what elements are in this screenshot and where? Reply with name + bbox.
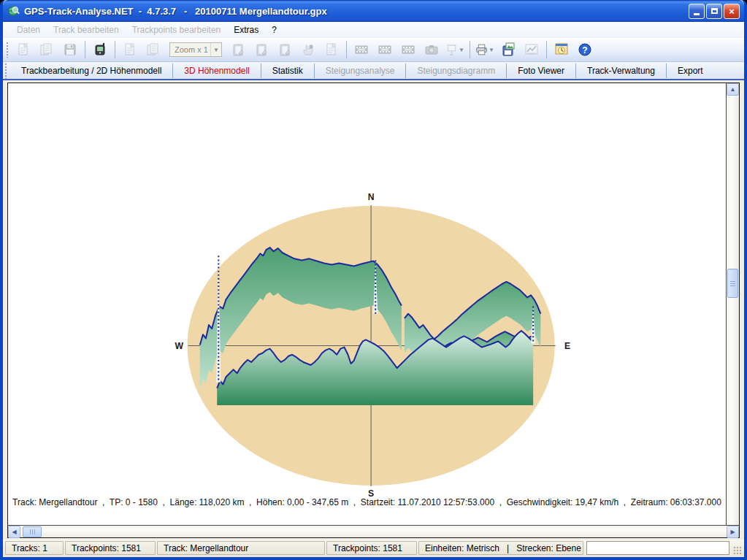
title-bar[interactable]: GPS-Track-Analyse.NET - 4.7.3.7 - 201007… — [3, 0, 744, 22]
horizontal-scrollbar-track[interactable] — [42, 526, 727, 537]
vertical-scrollbar-thumb[interactable] — [727, 269, 738, 298]
projector-icon — [445, 42, 458, 57]
minimize-button[interactable] — [689, 4, 705, 19]
board-search-button — [275, 40, 295, 59]
toolbar-separator — [115, 41, 115, 58]
edit-board-icon — [231, 42, 245, 57]
save-button — [60, 40, 80, 59]
help-icon — [578, 42, 592, 57]
tab-steigungsanalyse: Steigungsanalyse — [314, 64, 406, 78]
toolbar-separator — [470, 41, 470, 58]
status-panel-1: Tracks: 1 — [5, 541, 64, 555]
toolbar-separator — [85, 41, 85, 58]
film-target-button — [398, 40, 418, 59]
status-bar: Tracks: 1Trackpoints: 1581Track: Mergell… — [3, 540, 744, 557]
print-icon — [475, 42, 488, 57]
content-area: NSWE Track: Mergellandtour , TP: 0 - 158… — [3, 80, 744, 540]
maximize-icon — [711, 8, 718, 14]
convert-page-button — [143, 40, 164, 59]
tab-foto-viewer[interactable]: Foto Viewer — [506, 64, 575, 78]
tab-steigungsdiagramm: Steigungsdiagramm — [405, 64, 506, 78]
film-cut-button — [351, 40, 372, 59]
close-icon: × — [729, 6, 735, 17]
toolbar-separator — [546, 41, 547, 58]
scroll-right-button[interactable]: ▶ — [727, 526, 739, 538]
zoom-select[interactable]: Zoom x 1▼ — [169, 42, 222, 57]
status-panel-4: Trackpoints: 1581 — [326, 541, 417, 555]
horizontal-scrollbar-thumb[interactable] — [23, 526, 42, 537]
tabs: Trackbearbeitung / 2D Höhenmodell3D Höhe… — [10, 64, 714, 78]
gps-device-icon — [93, 42, 107, 57]
menu-item-trackpoints-bearbeiten: Trackpoints bearbeiten — [126, 23, 228, 37]
open-file-icon — [16, 42, 31, 57]
horizontal-scrollbar[interactable]: ◀ ▶ — [8, 525, 739, 537]
time-window-button[interactable] — [551, 40, 572, 59]
film-target-icon — [401, 42, 415, 57]
undo-page-button — [321, 40, 342, 59]
app-icon — [7, 4, 20, 18]
film-export-button — [375, 40, 395, 59]
open-files-button — [37, 40, 57, 59]
zoom-select-caret-icon[interactable]: ▼ — [210, 43, 221, 56]
tab-track-verwaltung[interactable]: Track-Verwaltung — [575, 64, 666, 78]
scroll-up-button[interactable]: ▲ — [727, 83, 739, 96]
edit-pencil-button — [251, 40, 272, 59]
convert-page-icon — [146, 42, 161, 57]
maximize-button[interactable] — [706, 4, 722, 19]
edit-board-button — [228, 40, 248, 59]
board-search-icon — [277, 42, 292, 57]
statusbar-input[interactable] — [586, 541, 729, 555]
menu-item-extras[interactable]: Extras — [227, 23, 265, 37]
film-cut-icon — [354, 42, 369, 57]
save-image-icon — [501, 42, 516, 57]
photo-rotate-button — [421, 40, 442, 59]
projector-button: ▼ — [445, 40, 465, 59]
hand-pin-icon — [301, 42, 315, 57]
open-file-button — [13, 40, 34, 59]
status-panel-5: Einheiten: Metrisch | Strecken: Ebene — [418, 541, 583, 555]
window-title: GPS-Track-Analyse.NET - 4.7.3.7 - 201007… — [24, 6, 689, 17]
open-files-icon — [39, 42, 54, 57]
toolbar-grip[interactable] — [6, 42, 9, 58]
status-panel-3: Track: Mergellandtour — [157, 541, 325, 555]
toolbar-separator — [346, 41, 347, 58]
tab-strip: Trackbearbeitung / 2D Höhenmodell3D Höhe… — [3, 62, 744, 80]
viewer-frame: NSWE Track: Mergellandtour , TP: 0 - 158… — [7, 83, 740, 538]
height-model-canvas[interactable]: NSWE Track: Mergellandtour , TP: 0 - 158… — [8, 83, 727, 525]
time-window-icon — [554, 42, 569, 57]
menu-item-daten: Daten — [10, 23, 47, 37]
diagram-button — [521, 40, 542, 59]
tabstrip-grip[interactable] — [4, 63, 7, 79]
app-window: GPS-Track-Analyse.NET - 4.7.3.7 - 201007… — [0, 0, 747, 560]
save-icon — [63, 42, 77, 57]
toolbar: Zoom x 1▼▼▼ — [3, 38, 744, 62]
export-page-button — [120, 40, 140, 59]
tab-trackbearbeitung-2d-höhenmodell[interactable]: Trackbearbeitung / 2D Höhenmodell — [10, 64, 172, 78]
resize-grip[interactable] — [732, 545, 742, 555]
help-button[interactable] — [575, 40, 595, 59]
track-summary-caption: Track: Mergellandtour , TP: 0 - 1580 , L… — [8, 497, 726, 507]
tab-export[interactable]: Export — [666, 64, 714, 78]
export-page-icon — [123, 42, 137, 57]
undo-page-icon — [324, 42, 339, 57]
compass-label-w: W — [175, 341, 184, 351]
menu-item-help[interactable]: ? — [265, 23, 283, 37]
menu-item-track-bearbeiten: Track bearbeiten — [47, 23, 126, 37]
tab-3d-höhenmodell[interactable]: 3D Höhenmodell — [172, 64, 260, 78]
edit-pencil-icon — [254, 42, 269, 57]
hand-pin-button — [298, 40, 318, 59]
status-panel-2: Trackpoints: 1581 — [65, 541, 156, 555]
tab-statistik[interactable]: Statistik — [261, 64, 314, 78]
gps-device-button[interactable] — [90, 40, 110, 59]
print-button[interactable]: ▼ — [475, 40, 495, 59]
print-caret-icon[interactable]: ▼ — [489, 47, 494, 53]
close-button[interactable]: × — [724, 4, 740, 19]
vertical-scrollbar[interactable]: ▲ — [727, 83, 739, 525]
toolbar-items: Zoom x 1▼▼▼ — [12, 40, 597, 59]
scroll-left-button[interactable]: ◀ — [8, 526, 20, 538]
save-image-button[interactable] — [498, 40, 518, 59]
diagram-icon — [524, 42, 539, 57]
film-export-icon — [378, 42, 392, 57]
menu-bar: DatenTrack bearbeitenTrackpoints bearbei… — [3, 22, 744, 38]
projector-caret-icon: ▼ — [459, 47, 464, 53]
